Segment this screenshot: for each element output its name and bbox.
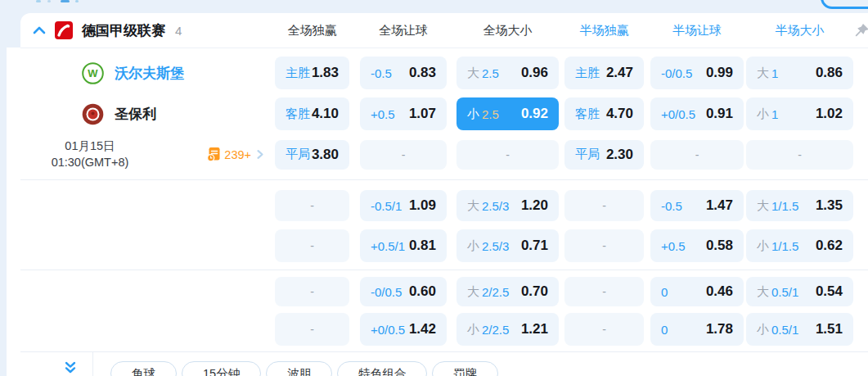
odds-value: 0.62 [816,238,843,254]
odds-cell-ft-handicap-away[interactable]: +0.5 1.07 [360,97,447,130]
tab-penalty-card[interactable]: 罚牌 [432,361,498,376]
odds-label: 1/1.5 [771,239,798,253]
odds-label: 0.5/1 [771,285,798,299]
odds-value: 2.30 [606,147,633,163]
odds-section-alt-2: - -0/0.5 0.60 大2/2.5 0.70 - 0 0.46 大0.5/… [20,277,868,346]
collapse-chevron-icon[interactable] [33,26,46,34]
odds-cell-ft-handicap-home[interactable]: -0.5 0.83 [360,57,447,89]
odds-cell-empty: - [564,313,644,346]
odds-value: 1.51 [816,321,843,337]
tab-corner[interactable]: 角球 [110,361,177,376]
footer-bar: 角球 15分钟 波胆 特色组合 罚牌 [20,352,868,376]
odds-cell-ht-handicap-home[interactable]: 0 0.46 [650,277,744,306]
section-divider [20,179,868,180]
expand-more-icon[interactable] [64,360,77,376]
col-header-ft-handicap: 全场让球 [360,23,447,39]
markets-count: 239+ [224,148,251,161]
home-team[interactable]: W 沃尔夫斯堡 [20,62,270,84]
odds-label: +0.5/1 [371,239,405,253]
odds-cell-ft-away-win[interactable]: 客胜 4.10 [275,97,349,130]
odds-label: 主胜 [575,66,600,81]
odds-value: 1.09 [409,197,436,214]
tab-15min[interactable]: 15分钟 [182,361,261,376]
odds-cell-ft-under[interactable]: 小2.5/3 0.71 [456,229,559,262]
odds-label: 平局 [286,147,310,162]
alt-odds-row: - +0.5/1 0.81 小2.5/3 0.71 - +0.5 0.58 小1… [20,229,868,262]
dash: - [310,239,314,252]
odds-label: 2.5 [482,107,499,121]
match-date: 01月15日 [20,138,160,155]
ou-side-label: 大 [467,66,479,81]
odds-value: 0.81 [409,238,436,254]
odds-value: 0.54 [816,283,843,300]
odds-label: +0.5 [371,107,395,121]
ou-side-label: 大 [467,284,479,300]
odds-value: 3.80 [312,147,339,163]
odds-label: 客胜 [575,106,600,122]
odds-cell-ht-home-win[interactable]: 主胜 2.47 [564,57,644,89]
odds-cell-ht-over[interactable]: 大0.5/1 0.54 [746,277,853,306]
league-title: 德国甲级联赛 [82,21,165,40]
odds-label: 2.5/3 [482,239,509,253]
odds-cell-ft-over[interactable]: 大2.5 0.96 [456,57,559,89]
odds-label: 2.5 [482,66,499,80]
odds-cell-ht-away-win[interactable]: 客胜 4.70 [564,97,644,130]
ou-side-label: 小 [467,322,479,337]
odds-cell-empty: - [275,313,349,346]
pin-icon[interactable] [852,22,868,40]
alt-odds-row: - -0/0.5 0.60 大2/2.5 0.70 - 0 0.46 大0.5/… [20,277,868,306]
odds-cell-ft-under[interactable]: 小2/2.5 1.21 [456,313,559,346]
home-team-name[interactable]: 沃尔夫斯堡 [115,64,184,83]
dash: - [310,199,314,212]
odds-cell-ft-over[interactable]: 大2.5/3 1.20 [456,190,559,221]
odds-label: -0.5 [661,199,682,213]
odds-cell-ht-under[interactable]: 小0.5/1 1.51 [746,313,853,346]
home-odds-row: W 沃尔夫斯堡 主胜 1.83 -0.5 0.83 大2.5 0.96 主胜 2… [20,57,868,89]
odds-label: 客胜 [286,106,310,122]
odds-value: 0.83 [409,65,436,81]
odds-cell-ft-handicap-away[interactable]: +0.5/1 0.81 [360,229,447,262]
odds-cell-ft-draw[interactable]: 平局 3.80 [275,140,349,170]
odds-cell-ft-over[interactable]: 大2/2.5 0.70 [456,277,559,306]
odds-cell-ft-under-selected[interactable]: 小2.5 0.92 [456,97,559,130]
odds-cell-ft-home-win[interactable]: 主胜 1.83 [275,57,349,89]
odds-cell-empty: - [275,190,349,221]
odds-label: +0/0.5 [371,323,405,337]
markets-link[interactable]: 239+ [206,147,265,162]
odds-cell-ft-handicap-home[interactable]: -0.5/1 1.09 [360,190,447,221]
odds-cell-empty: - [564,229,644,262]
tab-special-combo[interactable]: 特色组合 [337,361,427,376]
odds-cell-ht-handicap-away[interactable]: 0 1.78 [650,313,744,346]
odds-cell-ht-under[interactable]: 小1/1.5 0.62 [746,229,853,262]
dash: - [602,239,606,252]
odds-cell-ht-handicap-home[interactable]: -0.5 1.47 [650,190,744,221]
away-team-name[interactable]: 圣保利 [115,105,156,124]
markets-count-icon [206,147,221,162]
odds-cell-ht-under[interactable]: 小1 1.02 [746,97,853,130]
odds-cell-ft-handicap-away[interactable]: +0/0.5 1.42 [360,313,447,346]
ou-side-label: 小 [757,238,769,254]
odds-cell-ht-over[interactable]: 大1 0.86 [746,57,853,89]
odds-label: -0/0.5 [661,66,692,80]
match-time: 01:30(GMT+8) [20,155,160,171]
away-odds-row: 圣保利 客胜 4.10 +0.5 1.07 小2.5 0.92 客胜 4.70 … [20,97,868,130]
odds-label: +0.5 [661,239,686,253]
ou-side-label: 小 [467,238,479,254]
odds-value: 1.20 [521,197,548,214]
odds-label: 0.5/1 [771,323,798,337]
odds-label: 1/1.5 [771,199,798,213]
odds-value: 0.46 [706,283,733,300]
odds-cell-ht-handicap-away[interactable]: +0.5 0.58 [650,229,744,262]
odds-section-main: W 沃尔夫斯堡 主胜 1.83 -0.5 0.83 大2.5 0.96 主胜 2… [20,57,868,170]
away-team[interactable]: 圣保利 [20,103,270,125]
odds-cell-empty: - [564,190,644,221]
odds-cell-ht-handicap-away[interactable]: +0/0.5 0.91 [650,97,744,130]
tab-correct-score[interactable]: 波胆 [266,361,332,376]
odds-cell-ht-over[interactable]: 大1/1.5 1.35 [746,190,853,221]
odds-label: 主胜 [286,66,310,81]
odds-cell-ft-handicap-home[interactable]: -0/0.5 0.60 [360,277,447,306]
odds-label: -0.5 [371,66,392,80]
odds-cell-ht-handicap-home[interactable]: -0/0.5 0.99 [650,57,744,89]
odds-cell-ht-draw[interactable]: 平局 2.30 [564,140,644,170]
cutoff-blue-outline-fragment [821,0,868,9]
